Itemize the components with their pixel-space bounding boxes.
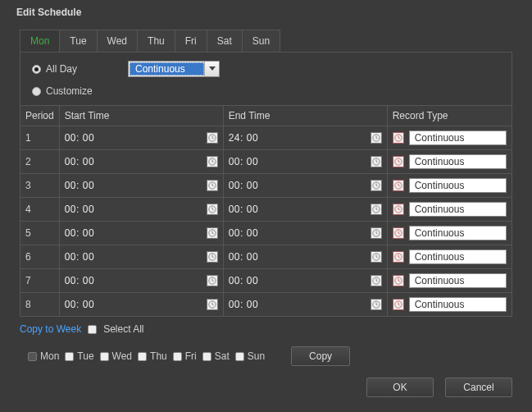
clock-icon[interactable] (371, 275, 382, 286)
copy-day-label: Fri (185, 350, 197, 362)
record-type-field[interactable]: Continuous (409, 273, 507, 288)
start-time-value: 00: 00 (65, 156, 94, 167)
start-time-value: 00: 00 (65, 204, 94, 215)
record-type-field[interactable]: Continuous (409, 226, 507, 240)
clock-icon[interactable] (393, 132, 404, 144)
copy-day-label: Mon (40, 350, 59, 362)
cancel-button[interactable]: Cancel (445, 378, 512, 397)
end-time-value: 00: 00 (229, 275, 258, 286)
period-number: 8 (20, 293, 60, 317)
start-time-value: 00: 00 (65, 132, 94, 144)
tab-thu[interactable]: Thu (137, 30, 175, 52)
end-time-value: 00: 00 (229, 204, 258, 215)
clock-icon[interactable] (371, 132, 382, 144)
clock-icon[interactable] (393, 204, 404, 215)
start-time-value: 00: 00 (65, 275, 94, 286)
record-type-field[interactable]: Continuous (409, 154, 507, 169)
clock-icon[interactable] (393, 299, 404, 310)
clock-icon[interactable] (371, 180, 382, 191)
table-row: 800: 0000: 00Continuous (20, 293, 512, 317)
copy-day-checkbox[interactable] (138, 352, 147, 361)
clock-icon[interactable] (371, 251, 382, 263)
start-time-value: 00: 00 (65, 299, 94, 310)
table-row: 300: 0000: 00Continuous (20, 174, 512, 198)
col-record: Record Type (387, 106, 512, 126)
table-row: 600: 0000: 00Continuous (20, 245, 512, 269)
select-all-label: Select All (103, 323, 143, 335)
clock-icon[interactable] (207, 227, 218, 239)
end-time-value: 00: 00 (229, 227, 258, 239)
copy-day-checkbox[interactable] (65, 352, 74, 361)
copy-day-checkbox[interactable] (235, 352, 244, 361)
copy-day-fri: Fri (173, 350, 197, 362)
tab-tue[interactable]: Tue (59, 30, 97, 52)
clock-icon[interactable] (393, 180, 404, 191)
copy-day-label: Thu (150, 350, 167, 362)
record-type-field[interactable]: Continuous (409, 202, 507, 217)
period-number: 5 (20, 222, 60, 245)
clock-icon[interactable] (207, 204, 218, 215)
copy-day-checkbox[interactable] (202, 352, 211, 361)
tab-wed[interactable]: Wed (97, 30, 138, 52)
copy-day-wed: Wed (100, 350, 132, 362)
clock-icon[interactable] (371, 204, 382, 215)
clock-icon[interactable] (393, 251, 404, 263)
record-type-field[interactable]: Continuous (409, 297, 507, 312)
clock-icon[interactable] (207, 180, 218, 191)
record-type-field[interactable]: Continuous (409, 249, 507, 264)
copy-button[interactable]: Copy (291, 346, 350, 366)
table-row: 400: 0000: 00Continuous (20, 198, 512, 222)
tab-fri[interactable]: Fri (175, 30, 207, 52)
select-all-checkbox[interactable] (88, 325, 97, 334)
clock-icon[interactable] (371, 227, 382, 239)
col-start: Start Time (59, 106, 223, 126)
copy-day-checkbox[interactable] (28, 352, 37, 361)
clock-icon[interactable] (371, 156, 382, 167)
table-row: 200: 0000: 00Continuous (20, 150, 512, 174)
period-number: 6 (20, 245, 60, 269)
copy-day-label: Sun (248, 350, 265, 362)
copy-to-week-link[interactable]: Copy to Week (20, 323, 81, 335)
day-tabs: MonTueWedThuFriSatSun (20, 30, 512, 52)
copy-day-mon: Mon (28, 350, 59, 362)
clock-icon[interactable] (207, 299, 218, 310)
radio-all-day[interactable] (32, 65, 41, 74)
table-row: 100: 0024: 00Continuous (20, 126, 512, 150)
copy-day-checkbox[interactable] (173, 352, 182, 361)
record-type-field[interactable]: Continuous (409, 178, 507, 193)
radio-customize[interactable] (32, 87, 41, 96)
period-number: 4 (20, 198, 60, 222)
col-period: Period (20, 106, 60, 126)
clock-icon[interactable] (207, 251, 218, 263)
tab-sat[interactable]: Sat (207, 30, 243, 52)
customize-label: Customize (46, 85, 93, 97)
record-type-value: Continuous (415, 275, 465, 286)
clock-icon[interactable] (207, 275, 218, 286)
record-type-value: Continuous (415, 180, 465, 191)
clock-icon[interactable] (393, 156, 404, 167)
clock-icon[interactable] (371, 299, 382, 310)
tab-sun[interactable]: Sun (242, 30, 280, 52)
record-type-select-value: Continuous (130, 62, 204, 76)
end-time-value: 00: 00 (229, 299, 258, 310)
clock-icon[interactable] (393, 227, 404, 239)
clock-icon[interactable] (207, 156, 218, 167)
period-number: 2 (20, 150, 60, 174)
copy-day-thu: Thu (138, 350, 167, 362)
copy-day-checkbox[interactable] (100, 352, 109, 361)
end-time-value: 00: 00 (229, 180, 258, 191)
ok-button[interactable]: OK (366, 378, 434, 397)
start-time-value: 00: 00 (65, 227, 94, 239)
record-type-select[interactable]: Continuous (128, 61, 220, 77)
clock-icon[interactable] (393, 275, 404, 286)
chevron-down-icon (204, 62, 219, 76)
clock-icon[interactable] (207, 132, 218, 144)
period-number: 3 (20, 174, 60, 198)
all-day-label: All Day (46, 63, 77, 75)
copy-day-label: Wed (112, 350, 132, 362)
table-row: 500: 0000: 00Continuous (20, 222, 512, 245)
period-number: 7 (20, 269, 60, 293)
record-type-value: Continuous (415, 227, 465, 239)
tab-mon[interactable]: Mon (20, 30, 60, 52)
record-type-field[interactable]: Continuous (409, 130, 507, 145)
